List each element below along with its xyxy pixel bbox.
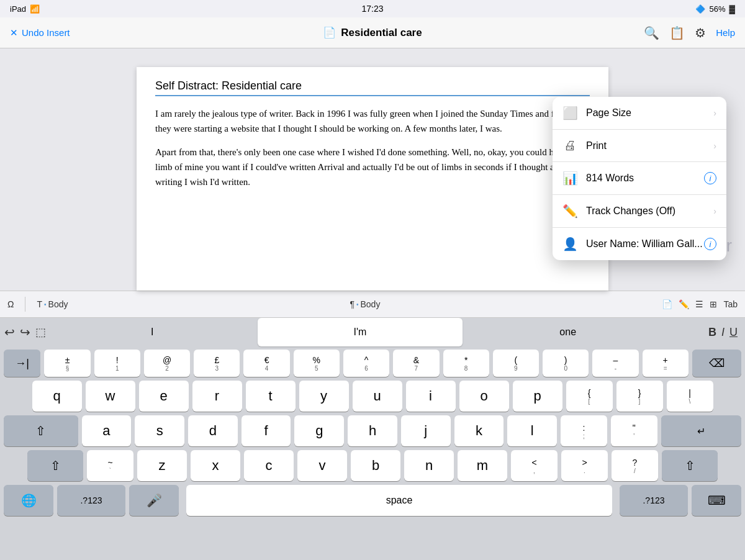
menu-item-page-size[interactable]: ⬜ Page Size ›	[553, 97, 726, 130]
key-caret[interactable]: ^6	[343, 350, 389, 377]
key-lparen[interactable]: (9	[493, 350, 539, 377]
battery-icon: ▓	[729, 4, 735, 14]
pencil-button[interactable]: ✏️	[679, 299, 689, 309]
key-d[interactable]: d	[188, 415, 238, 446]
status-right: 🔷 56% ▓	[695, 4, 735, 14]
help-button[interactable]: Help	[716, 27, 735, 38]
key-tab[interactable]: →|	[4, 350, 40, 377]
clipboard-button[interactable]: ⬚	[35, 325, 46, 339]
key-x[interactable]: x	[191, 450, 240, 481]
user-name-info-button[interactable]: i	[704, 238, 716, 250]
key-tilde[interactable]: ~`	[87, 450, 133, 481]
menu-item-track-changes[interactable]: ✏️ Track Changes (Off) ›	[553, 195, 726, 228]
paragraph-icon: ¶	[350, 299, 354, 309]
menu-item-print[interactable]: 🖨 Print ›	[553, 130, 726, 162]
key-w[interactable]: w	[86, 381, 135, 412]
key-percent[interactable]: %5	[294, 350, 340, 377]
document-format-button[interactable]: 📄	[662, 299, 672, 309]
key-dash[interactable]: –-	[592, 350, 638, 377]
key-plus[interactable]: +=	[643, 350, 689, 377]
tab-label-button[interactable]: Tab	[723, 299, 738, 309]
undo-insert-button[interactable]: Undo Insert	[22, 27, 70, 38]
print-icon: 🖨	[562, 138, 577, 153]
bold-button[interactable]: B	[708, 326, 716, 339]
key-v[interactable]: v	[297, 450, 347, 481]
redo-button[interactable]: ↪	[20, 325, 30, 340]
chevron-right-icon: ›	[713, 141, 716, 151]
key-h[interactable]: h	[348, 415, 397, 446]
key-u[interactable]: u	[353, 381, 402, 412]
key-lbrace[interactable]: {[	[566, 381, 613, 412]
key-k[interactable]: k	[454, 415, 504, 446]
document-body[interactable]: I am rarely the jealous type of writer. …	[155, 106, 590, 189]
autocomplete-option-1[interactable]: I	[50, 318, 255, 346]
list-button[interactable]: ☰	[695, 299, 703, 309]
key-rbrace[interactable]: }]	[616, 381, 663, 412]
return-key[interactable]: ↵	[661, 415, 742, 446]
autocomplete-option-3[interactable]: one	[465, 318, 670, 346]
key-lt[interactable]: <,	[511, 450, 558, 481]
key-shift-left-2[interactable]: ⇧	[27, 450, 83, 481]
key-gt[interactable]: >.	[561, 450, 608, 481]
key-g[interactable]: g	[294, 415, 344, 446]
close-button[interactable]: ✕	[10, 27, 18, 38]
italic-button[interactable]: I	[721, 326, 725, 339]
settings-button[interactable]: ⚙	[695, 25, 706, 40]
key-e[interactable]: e	[139, 381, 189, 412]
doc-view-button[interactable]: 📋	[669, 25, 685, 40]
key-at[interactable]: @2	[144, 350, 190, 377]
key-pound[interactable]: £3	[194, 350, 240, 377]
key-pipe[interactable]: |\	[667, 381, 713, 412]
keyboard-dismiss-key[interactable]: ⌨	[692, 485, 741, 516]
key-q[interactable]: q	[32, 381, 82, 412]
space-key[interactable]: space	[186, 485, 612, 516]
body-label-right: Body	[361, 299, 381, 309]
omega-button[interactable]: Ω	[7, 299, 14, 309]
key-euro[interactable]: €4	[243, 350, 289, 377]
key-rparen[interactable]: )0	[543, 350, 589, 377]
key-z[interactable]: z	[137, 450, 187, 481]
table-button[interactable]: ⊞	[710, 299, 717, 309]
key-n[interactable]: n	[404, 450, 454, 481]
key-plusminus[interactable]: ±§	[44, 350, 90, 377]
menu-item-user-name[interactable]: 👤 User Name: William Gall... i	[553, 228, 726, 260]
key-shift-left[interactable]: ⇧	[4, 415, 78, 446]
undo-button[interactable]: ↩	[4, 325, 15, 340]
key-b[interactable]: b	[351, 450, 400, 481]
delete-key[interactable]: ⌫	[692, 350, 741, 377]
key-quote[interactable]: "'	[611, 415, 657, 446]
menu-item-word-count[interactable]: 📊 814 Words i	[553, 162, 726, 195]
numbers-key[interactable]: .?123	[57, 485, 125, 516]
key-j[interactable]: j	[401, 415, 451, 446]
document-area: Self Distract: Residential care I am rar…	[0, 48, 745, 291]
page-size-icon: ⬜	[562, 106, 577, 120]
key-t[interactable]: t	[246, 381, 296, 412]
autocomplete-option-2[interactable]: I'm	[258, 318, 463, 346]
key-f[interactable]: f	[242, 415, 291, 446]
key-colon[interactable]: :;	[561, 415, 607, 446]
globe-key[interactable]: 🌐	[4, 485, 53, 516]
key-r[interactable]: r	[192, 381, 242, 412]
asdf-row: ⇧ a s d f g h j k l :; "' ↵	[0, 413, 745, 448]
key-c[interactable]: c	[244, 450, 294, 481]
key-s[interactable]: s	[135, 415, 184, 446]
key-m[interactable]: m	[458, 450, 507, 481]
document-page[interactable]: Self Distract: Residential care I am rar…	[137, 67, 608, 291]
key-y[interactable]: y	[299, 381, 349, 412]
bottom-row: 🌐 .?123 🎤 space .?123 ⌨	[0, 483, 745, 518]
mic-key[interactable]: 🎤	[129, 485, 179, 516]
word-count-info-button[interactable]: i	[704, 172, 716, 184]
key-p[interactable]: p	[513, 381, 562, 412]
key-l[interactable]: l	[507, 415, 557, 446]
underline-button[interactable]: U	[729, 326, 738, 339]
key-star[interactable]: *8	[443, 350, 489, 377]
key-o[interactable]: o	[459, 381, 509, 412]
key-shift-right[interactable]: ⇧	[662, 450, 718, 481]
key-amp[interactable]: &7	[393, 350, 439, 377]
key-exclaim[interactable]: !1	[94, 350, 140, 377]
key-question[interactable]: ?/	[612, 450, 658, 481]
numbers-key-right[interactable]: .?123	[620, 485, 688, 516]
search-button[interactable]: 🔍	[644, 25, 659, 40]
key-i[interactable]: i	[406, 381, 456, 412]
key-a[interactable]: a	[82, 415, 132, 446]
